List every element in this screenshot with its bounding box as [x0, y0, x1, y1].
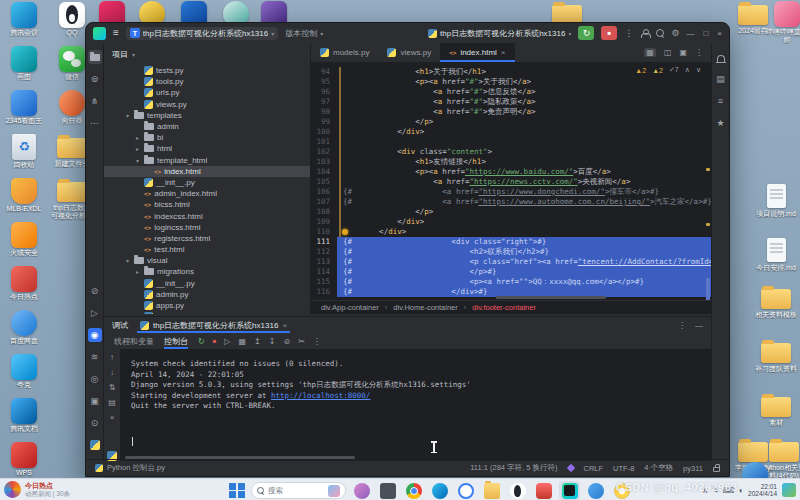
project-panel-header[interactable]: 项目 ▾ — [104, 43, 310, 65]
next-problem-icon[interactable]: ∨ — [696, 66, 701, 74]
tree-item-indexcss.html[interactable]: <>indexcss.html — [104, 210, 310, 221]
print-icon[interactable]: ▤ — [108, 398, 116, 407]
file-encoding[interactable]: UTF-8 — [613, 464, 634, 473]
taskbar-app-edge[interactable] — [429, 481, 450, 500]
tree-item-__init__.py[interactable]: __init__.py — [104, 177, 310, 188]
more-menu-icon[interactable]: ⋮ — [624, 28, 633, 38]
debug-icon[interactable]: ◉ — [88, 328, 102, 342]
news-widget[interactable]: 今日热点 动画新闻 | 30条 — [4, 481, 70, 498]
chevron-closed-icon[interactable]: ▸ — [134, 134, 141, 141]
warning-count[interactable]: ▲2 — [635, 67, 646, 74]
tree-item-tools.py[interactable]: tools.py — [104, 76, 310, 87]
project-widget[interactable]: T thp日志数据可视化分析系统hx1316 ▾ — [126, 27, 278, 40]
debug-console[interactable]: System check identified no issues (0 sil… — [121, 349, 711, 461]
code-line-103[interactable]: 103 <h1>友情链接</h1> — [311, 157, 711, 167]
desktop-icon-画图[interactable]: 画图 — [2, 46, 46, 81]
code-line-107[interactable]: 107{# <a href="https://www.autohome.com.… — [311, 197, 711, 207]
run-icon[interactable]: ▷ — [88, 306, 102, 320]
console-link[interactable]: http://localhost:8000/ — [271, 391, 370, 400]
line-separator[interactable]: CRLF — [584, 464, 604, 473]
commit-icon[interactable]: ⊚ — [88, 72, 102, 86]
tab-index.html[interactable]: <>index.html× — [440, 43, 514, 62]
desktop-icon-素材[interactable]: 素材 — [754, 393, 798, 427]
intention-bulb-icon[interactable] — [342, 229, 348, 235]
stop-button[interactable]: ■ — [601, 26, 617, 40]
chevron-open-icon[interactable]: ▾ — [124, 257, 131, 264]
code-line-104[interactable]: 104 <p><a href="https://www.baidu.com/">… — [311, 167, 711, 177]
desktop-icon-WPS[interactable]: WPS — [2, 442, 46, 477]
view-breakpoints-icon[interactable]: ▦ — [238, 337, 246, 346]
split-right-icon[interactable]: ◫ — [664, 48, 672, 57]
tree-item-bicss.html[interactable]: <>bicss.html — [104, 199, 310, 210]
stop-icon[interactable]: ■ — [213, 338, 217, 344]
desktop-icon-回收站[interactable]: ♻回收站 — [2, 134, 46, 169]
tree-item-registercss.html[interactable]: <>registercss.html — [104, 233, 310, 244]
taskbar-clock[interactable]: 22:01 2024/4/14 — [748, 483, 777, 498]
chevron-closed-icon[interactable]: ▸ — [134, 145, 141, 152]
soft-wrap-icon[interactable]: ⇅ — [109, 383, 116, 392]
desktop-icon-腾讯文档[interactable]: 腾讯文档 — [2, 398, 46, 433]
detach-icon[interactable]: ▣ — [679, 48, 687, 57]
indent-style[interactable]: 4 个空格 — [644, 463, 673, 473]
debug-subtab-控制台[interactable]: 控制台 — [164, 333, 188, 349]
maximize-button[interactable]: □ — [703, 29, 708, 38]
notifications-icon[interactable] — [714, 50, 728, 64]
selection-stripe-mark[interactable] — [706, 278, 710, 300]
layout-icon[interactable]: ▦ — [644, 48, 656, 57]
code-line-108[interactable]: 108 </p> — [311, 207, 711, 217]
code-line-113[interactable]: 113{# <p class="href"><a href="tencent:/… — [311, 257, 711, 267]
search-everywhere-icon[interactable] — [656, 29, 664, 37]
profiler-icon[interactable]: ⊙ — [88, 416, 102, 430]
clear-icon[interactable]: ✂ — [298, 337, 305, 346]
start-button[interactable] — [228, 482, 246, 500]
coverage-icon[interactable]: ◎ — [88, 372, 102, 386]
tree-item-apps.py[interactable]: apps.py — [104, 300, 310, 311]
more-icon[interactable]: ⋮ — [678, 321, 686, 330]
code-line-110[interactable]: 110 </div> — [311, 227, 711, 237]
main-menu-icon[interactable]: ≡ — [113, 28, 119, 38]
volume-icon[interactable]: ◖ — [738, 486, 743, 495]
structure-icon[interactable]: ⋔ — [88, 94, 102, 108]
breadcrumb-item[interactable]: div.Home-container — [393, 303, 457, 312]
code-line-114[interactable]: 114{# </p>#} — [311, 267, 711, 277]
code-line-111[interactable]: 111{# <div class="right">#} — [311, 237, 711, 247]
taskbar-app-widgets[interactable] — [351, 481, 372, 500]
tree-item-migrations[interactable]: ▸migrations — [104, 266, 310, 277]
python-interpreter[interactable]: py311 — [683, 464, 703, 473]
code-line-98[interactable]: 98 <a href="#">免责声明</a> — [311, 107, 711, 117]
settings-icon[interactable]: ⚙ — [671, 28, 679, 38]
desktop-icon-夸克[interactable]: 夸克 — [2, 354, 46, 389]
desktop-icon-MLB-EXDL[interactable]: MLB-EXDL — [2, 178, 46, 213]
inspections-widget[interactable]: ▲2▲2✓7∧∨ — [635, 66, 701, 74]
code-line-109[interactable]: 109 </div> — [311, 217, 711, 227]
rerun-debug-button[interactable]: ↻ — [578, 26, 594, 40]
warning-stripe-mark[interactable] — [706, 168, 710, 171]
inspections-icon[interactable] — [566, 464, 574, 472]
typo-count[interactable]: ✓7 — [669, 66, 679, 74]
tree-item-views.py[interactable]: views.py — [104, 99, 310, 110]
services-icon[interactable]: ≋ — [88, 350, 102, 364]
tree-item-logincss.html[interactable]: <>logincss.html — [104, 222, 310, 233]
desktop-icon-2345看图王[interactable]: 2345看图王 — [2, 90, 46, 125]
python-packages-icon[interactable] — [88, 438, 102, 452]
more-icon[interactable]: ⋯ — [88, 116, 102, 130]
status-left[interactable]: Python 控制台.py — [95, 463, 165, 473]
tree-item-template_html[interactable]: ▾template_html — [104, 155, 310, 166]
taskbar-app-pinned-app[interactable] — [533, 481, 554, 500]
code-line-101[interactable]: 101 — [311, 137, 711, 147]
tree-item-urls.py[interactable]: urls.py — [104, 87, 310, 98]
project-folder-icon[interactable] — [88, 50, 102, 64]
chevron-open-icon[interactable]: ▾ — [134, 157, 141, 164]
close-icon[interactable]: × — [282, 321, 287, 330]
code-line-106[interactable]: 106{# <a href="https://www.dongchedi.com… — [311, 187, 711, 197]
taskbar-app-quark[interactable] — [455, 481, 476, 500]
desktop-icon-相关资料模板[interactable]: 相关资料模板 — [754, 285, 798, 319]
more-icon[interactable]: ⋮ — [313, 337, 321, 346]
code-line-100[interactable]: 100 </div> — [311, 127, 711, 137]
tree-item-admin[interactable]: admin — [104, 121, 310, 132]
warning-stripe-mark[interactable] — [706, 223, 710, 226]
tab-models.py[interactable]: models.py — [311, 43, 378, 62]
tree-item-visual[interactable]: ▾visual — [104, 255, 310, 266]
mute-breakpoints-icon[interactable]: ⊘ — [88, 284, 102, 298]
tree-item-tests.py[interactable]: tests.py — [104, 65, 310, 76]
